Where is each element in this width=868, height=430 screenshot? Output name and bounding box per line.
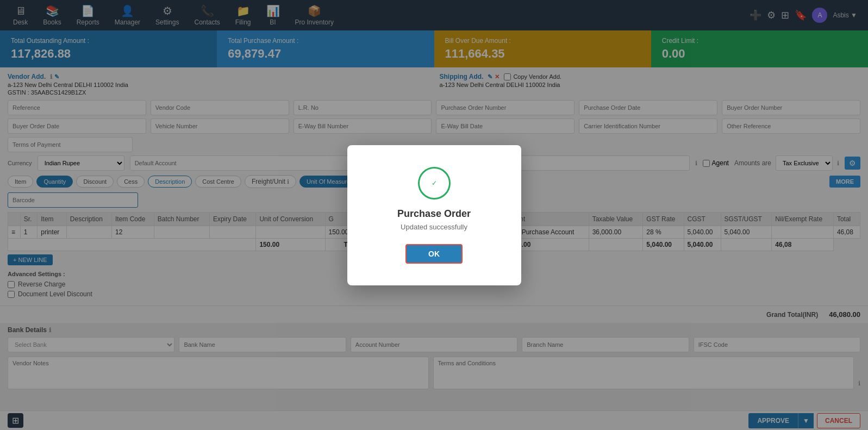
modal-box: ✓ Purchase Order Updated successfully OK [347,145,521,285]
modal-ok-button[interactable]: OK [405,244,463,264]
modal-subtitle: Updated successfully [374,223,494,231]
success-check-icon: ✓ [418,167,451,200]
modal-overlay: ✓ Purchase Order Updated successfully OK [0,0,868,430]
modal-title: Purchase Order [374,208,494,220]
